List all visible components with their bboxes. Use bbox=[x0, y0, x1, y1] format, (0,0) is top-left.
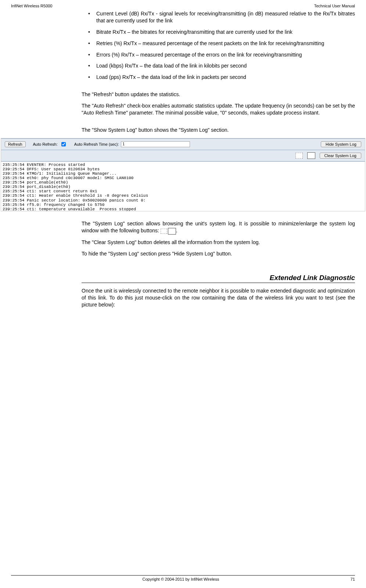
system-log-screenshot: Refresh Auto Refresh: Auto Refresh Time … bbox=[1, 138, 365, 211]
minimize-icon bbox=[161, 229, 167, 234]
paragraph-clear-system-log: The "Clear System Log" button deletes al… bbox=[82, 239, 355, 246]
auto-refresh-checkbox[interactable] bbox=[61, 142, 66, 146]
list-item: Retries (%) Rx/Tx – measured percentage … bbox=[82, 40, 355, 47]
paragraph-hide-system-log: To hide the "System Log" section press "… bbox=[82, 250, 355, 257]
refresh-button[interactable]: Refresh bbox=[5, 141, 26, 147]
auto-refresh-time-label: Auto Refresh Time (sec): bbox=[74, 142, 119, 146]
paragraph-system-log-browse: The "System Log" section allows browsing… bbox=[82, 220, 355, 235]
resize-icons-inline bbox=[161, 227, 176, 234]
minimize-icon[interactable] bbox=[295, 153, 303, 159]
doc-header-right: Technical User Manual bbox=[314, 4, 355, 8]
list-item: Current Level (dB) Rx/Tx - signal levels… bbox=[82, 10, 355, 24]
list-item: Bitrate Rx/Tx – the bitrates for receivi… bbox=[82, 29, 355, 36]
list-item: Load (kbps) Rx/Tx – the data load of the… bbox=[82, 62, 355, 69]
paragraph-text: The "System Log" section allows browsing… bbox=[82, 221, 355, 233]
paragraph-show-system-log: The "Show System Log" button shows the "… bbox=[82, 127, 355, 134]
paragraph-refresh-button: The "Refresh" button updates the statist… bbox=[82, 91, 355, 98]
section-heading-extended-link-diagnostic: Extended Link Diagnostic bbox=[82, 274, 355, 283]
clear-system-log-button[interactable]: Clear System Log bbox=[320, 153, 361, 159]
paragraph-text-end: . bbox=[176, 228, 177, 233]
list-item: Errors (%) Rx/Tx – measured percentage o… bbox=[82, 51, 355, 58]
enlarge-icon bbox=[168, 228, 176, 235]
doc-header-left: InfiNet Wireless R5000 bbox=[11, 4, 53, 8]
paragraph-extended-link-diagnostic: Once the unit is wirelessly connected to… bbox=[82, 287, 355, 308]
enlarge-icon[interactable] bbox=[307, 152, 315, 159]
page-number: 71 bbox=[351, 577, 355, 581]
system-log-output: 235:25:54 EVENTER: Process started 239:2… bbox=[1, 161, 365, 211]
list-item: Load (pps) Rx/Tx – the data load of the … bbox=[82, 74, 355, 81]
hide-system-log-button[interactable]: Hide System Log bbox=[321, 141, 361, 147]
auto-refresh-label: Auto Refresh: bbox=[33, 142, 58, 146]
auto-refresh-time-input[interactable] bbox=[121, 141, 190, 147]
feature-bullet-list: Current Level (dB) Rx/Tx - signal levels… bbox=[82, 10, 355, 81]
footer-copyright: Copyright © 2004-2011 by InfiNet Wireles… bbox=[143, 577, 219, 581]
paragraph-auto-refresh: The "Auto Refresh" check-box enables aut… bbox=[82, 102, 355, 116]
